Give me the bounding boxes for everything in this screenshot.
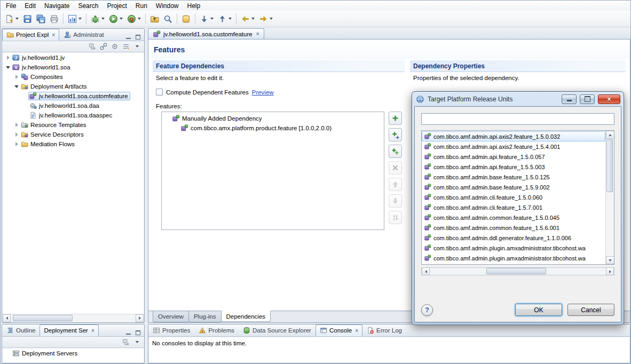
release-unit-row[interactable]: com.tibco.amf.admin.api.axis2.feature_1.… bbox=[422, 131, 605, 141]
scroll-left-button[interactable] bbox=[3, 314, 11, 322]
release-unit-row[interactable]: com.tibco.amf.admin.cli.feature_1.5.0.06… bbox=[422, 192, 605, 202]
print-button[interactable] bbox=[48, 12, 61, 25]
new-wizard-button[interactable] bbox=[3, 12, 21, 25]
project-item-jv-helloworld1-soa-customfeature[interactable]: jv.helloworld1.soa.customfeature bbox=[3, 91, 144, 101]
scroll-left-button[interactable] bbox=[422, 267, 430, 275]
close-icon[interactable]: × bbox=[256, 31, 259, 37]
feature-item-com-tibco-amx-platform-product-feature-1-0-0-2-0-0-[interactable]: com.tibco.amx.platform.product.feature [… bbox=[163, 123, 383, 133]
scroll-track[interactable] bbox=[430, 267, 606, 275]
scroll-thumb[interactable] bbox=[486, 268, 546, 274]
list-vscrollbar[interactable] bbox=[605, 131, 614, 264]
scroll-up-button[interactable] bbox=[606, 131, 614, 139]
search-button[interactable] bbox=[161, 12, 175, 25]
debug-button[interactable] bbox=[89, 12, 107, 25]
menu-search[interactable]: Search bbox=[74, 1, 102, 11]
add-all-button[interactable] bbox=[389, 145, 402, 158]
page-tab-dependencies[interactable]: Dependencies bbox=[221, 311, 271, 322]
dropdown-arrow-icon[interactable] bbox=[270, 18, 273, 20]
next-annotation-button[interactable] bbox=[198, 12, 216, 25]
release-unit-row[interactable]: com.tibco.amf.admin.base.feature_1.5.0.1… bbox=[422, 172, 605, 182]
prev-annotation-button[interactable] bbox=[216, 12, 234, 25]
menu-help[interactable]: Help bbox=[183, 1, 205, 11]
release-unit-row[interactable]: com.tibco.amf.admin.common.feature_1.5.0… bbox=[422, 212, 605, 223]
close-icon[interactable]: × bbox=[52, 32, 55, 38]
save-all-button[interactable] bbox=[34, 12, 48, 25]
collapse-all-button[interactable] bbox=[88, 42, 97, 51]
minimize-view-button[interactable] bbox=[124, 329, 132, 336]
menu-window[interactable]: Window bbox=[152, 1, 183, 11]
dropdown-arrow-icon[interactable] bbox=[210, 18, 214, 20]
close-icon[interactable]: × bbox=[91, 328, 94, 334]
add-required-button[interactable] bbox=[389, 128, 402, 141]
view-menu-button[interactable] bbox=[132, 42, 142, 51]
project-item-composites[interactable]: Composites bbox=[3, 72, 144, 82]
close-icon[interactable]: × bbox=[355, 328, 358, 334]
project-item-mediation-flows[interactable]: Mediation Flows bbox=[3, 139, 144, 149]
expand-icon[interactable] bbox=[13, 75, 20, 79]
dropdown-arrow-icon[interactable] bbox=[228, 18, 232, 20]
new-diagram-button[interactable] bbox=[66, 12, 84, 25]
scroll-down-button[interactable] bbox=[606, 256, 614, 264]
console-panel-tab-console[interactable]: Console× bbox=[316, 325, 362, 336]
outline-panel-tab-deployment-ser[interactable]: Deployment Ser× bbox=[40, 325, 98, 336]
console-panel-tab-properties[interactable]: Properties bbox=[148, 325, 194, 336]
menu-project[interactable]: Project bbox=[102, 1, 131, 11]
profile-button[interactable]: Q bbox=[125, 12, 143, 25]
release-unit-row[interactable]: com.tibco.amf.admin.plugin.amxadministra… bbox=[422, 253, 605, 263]
expand-icon[interactable] bbox=[5, 56, 11, 60]
dropdown-arrow-icon[interactable] bbox=[101, 18, 105, 20]
release-unit-row[interactable]: com.tibco.amf.admin.common.feature_1.5.6… bbox=[422, 223, 605, 233]
compute-dependent-features-checkbox[interactable] bbox=[156, 89, 163, 96]
collapse-all-button[interactable] bbox=[121, 338, 131, 347]
project-item-deployment-artifacts[interactable]: Deployment Artifacts bbox=[3, 82, 144, 91]
release-unit-row[interactable]: com.tibco.amf.admin.base.feature_1.5.9.0… bbox=[422, 182, 605, 192]
back-button[interactable] bbox=[239, 12, 257, 25]
add-button[interactable] bbox=[389, 112, 402, 125]
project-item-jv-helloworld1-jv[interactable]: Jjv.helloworld1.jv bbox=[3, 53, 144, 62]
release-unit-row[interactable]: com.tibco.amf.admin.api.axis2.feature_1.… bbox=[422, 141, 605, 152]
menu-edit[interactable]: Edit bbox=[20, 1, 40, 11]
project-explorer-tab-project-expl[interactable]: Project Expl× bbox=[2, 29, 59, 41]
scroll-right-button[interactable] bbox=[136, 314, 144, 322]
project-explorer-hscrollbar[interactable] bbox=[3, 314, 144, 322]
expand-icon[interactable] bbox=[13, 132, 20, 137]
maximize-view-button[interactable] bbox=[134, 329, 142, 336]
preview-link[interactable]: Preview bbox=[252, 89, 274, 96]
help-button[interactable]: ? bbox=[421, 304, 433, 316]
page-tab-overview[interactable]: Overview bbox=[153, 311, 189, 322]
open-element-button[interactable] bbox=[148, 12, 161, 25]
release-unit-row[interactable]: com.tibco.amf.admin.ddl.generator.featur… bbox=[422, 233, 605, 243]
collapse-icon[interactable] bbox=[5, 66, 11, 69]
release-unit-row[interactable]: com.tibco.amf.admin.api.feature_1.5.5.00… bbox=[422, 162, 605, 172]
data-source-button[interactable] bbox=[179, 12, 193, 25]
scroll-right-button[interactable] bbox=[606, 267, 614, 275]
scroll-track[interactable] bbox=[606, 139, 614, 256]
console-panel-tab-problems[interactable]: !Problems bbox=[194, 325, 239, 336]
scroll-track[interactable] bbox=[11, 314, 136, 322]
release-unit-row[interactable]: com.tibco.amf.admin.api.feature_1.5.0.05… bbox=[422, 152, 605, 162]
outline-panel-tab-outline[interactable]: Outline bbox=[2, 325, 40, 336]
project-item-jv-helloworld1-soa[interactable]: Sjv.helloworld1.soa bbox=[3, 62, 144, 72]
ok-button[interactable]: OK bbox=[515, 304, 562, 316]
expand-icon[interactable] bbox=[13, 142, 20, 146]
maximize-button[interactable] bbox=[580, 94, 595, 104]
dropdown-arrow-icon[interactable] bbox=[78, 18, 82, 20]
scroll-thumb[interactable] bbox=[606, 139, 613, 192]
console-panel-tab-error-log[interactable]: Error Log bbox=[362, 325, 406, 336]
view-menu-button[interactable] bbox=[132, 338, 142, 347]
focus-button[interactable] bbox=[110, 42, 120, 51]
maximize-view-button[interactable] bbox=[134, 34, 142, 41]
editor-tab-customfeature[interactable]: jv.helloworld1.soa.customfeature × bbox=[148, 28, 264, 39]
project-item-jv-helloworld1-soa-daa[interactable]: jv.helloworld1.soa.daa bbox=[3, 101, 144, 110]
dropdown-arrow-icon[interactable] bbox=[120, 18, 123, 20]
release-unit-row[interactable]: com.tibco.amf.admin.plugin.amxadministra… bbox=[422, 243, 605, 253]
forward-button[interactable] bbox=[257, 12, 275, 25]
project-explorer-tab-administrat[interactable]: Administrat bbox=[59, 29, 108, 41]
menu-file[interactable]: File bbox=[2, 1, 20, 11]
save-button[interactable] bbox=[21, 12, 34, 25]
menu-run[interactable]: Run bbox=[131, 1, 152, 11]
project-item-resource-templates[interactable]: Resource Templates bbox=[3, 120, 144, 130]
dropdown-arrow-icon[interactable] bbox=[251, 18, 255, 20]
close-button[interactable]: × bbox=[598, 94, 620, 104]
minimize-view-button[interactable] bbox=[124, 34, 132, 41]
